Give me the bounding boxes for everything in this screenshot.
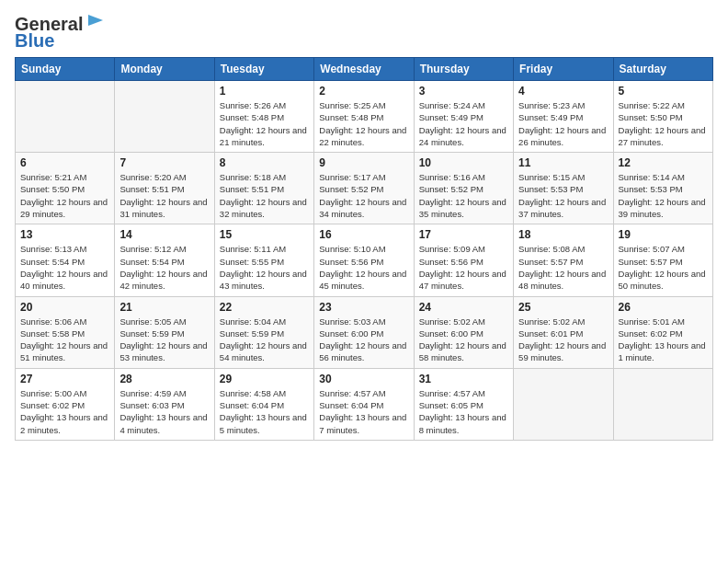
day-number: 22 (220, 301, 309, 314)
day-detail: Sunrise: 5:24 AM Sunset: 5:49 PM Dayligh… (419, 99, 508, 148)
week-row-4: 20Sunrise: 5:06 AM Sunset: 5:58 PM Dayli… (16, 296, 713, 368)
day-cell: 16Sunrise: 5:10 AM Sunset: 5:56 PM Dayli… (314, 224, 414, 296)
day-number: 31 (419, 373, 508, 385)
day-detail: Sunrise: 5:16 AM Sunset: 5:52 PM Dayligh… (419, 171, 508, 220)
calendar-header-row: SundayMondayTuesdayWednesdayThursdayFrid… (16, 58, 713, 81)
day-cell: 11Sunrise: 5:15 AM Sunset: 5:53 PM Dayli… (514, 153, 613, 224)
day-cell: 1Sunrise: 5:26 AM Sunset: 5:48 PM Daylig… (214, 81, 313, 153)
logo-blue: Blue (15, 31, 54, 50)
day-cell: 30Sunrise: 4:57 AM Sunset: 6:04 PM Dayli… (314, 368, 414, 440)
day-cell: 14Sunrise: 5:12 AM Sunset: 5:54 PM Dayli… (115, 224, 214, 296)
day-cell: 12Sunrise: 5:14 AM Sunset: 5:53 PM Dayli… (613, 153, 712, 224)
day-cell: 24Sunrise: 5:02 AM Sunset: 6:00 PM Dayli… (414, 296, 513, 368)
day-number: 12 (619, 156, 708, 169)
day-cell: 25Sunrise: 5:02 AM Sunset: 6:01 PM Dayli… (514, 296, 613, 368)
header-thursday: Thursday (414, 58, 513, 81)
day-detail: Sunrise: 5:01 AM Sunset: 6:02 PM Dayligh… (619, 316, 708, 364)
day-cell (514, 368, 613, 440)
day-number: 3 (419, 85, 508, 98)
week-row-5: 27Sunrise: 5:00 AM Sunset: 6:02 PM Dayli… (16, 368, 713, 440)
day-cell (613, 368, 712, 440)
day-cell: 29Sunrise: 4:58 AM Sunset: 6:04 PM Dayli… (214, 368, 313, 440)
day-cell: 19Sunrise: 5:07 AM Sunset: 5:57 PM Dayli… (613, 224, 712, 296)
day-cell: 13Sunrise: 5:13 AM Sunset: 5:54 PM Dayli… (16, 224, 115, 296)
day-number: 9 (319, 156, 408, 169)
day-cell: 21Sunrise: 5:05 AM Sunset: 5:59 PM Dayli… (115, 296, 214, 368)
day-number: 18 (518, 228, 608, 241)
day-detail: Sunrise: 5:11 AM Sunset: 5:55 PM Dayligh… (220, 243, 309, 292)
day-number: 19 (619, 228, 708, 241)
day-cell: 18Sunrise: 5:08 AM Sunset: 5:57 PM Dayli… (514, 224, 613, 296)
day-detail: Sunrise: 5:02 AM Sunset: 6:01 PM Dayligh… (518, 316, 608, 364)
week-row-1: 1Sunrise: 5:26 AM Sunset: 5:48 PM Daylig… (16, 81, 713, 153)
day-cell: 2Sunrise: 5:25 AM Sunset: 5:48 PM Daylig… (314, 81, 414, 153)
day-detail: Sunrise: 5:17 AM Sunset: 5:52 PM Dayligh… (319, 171, 408, 220)
header-wednesday: Wednesday (314, 58, 414, 81)
day-number: 8 (220, 156, 309, 169)
day-cell: 20Sunrise: 5:06 AM Sunset: 5:58 PM Dayli… (16, 296, 115, 368)
day-cell: 10Sunrise: 5:16 AM Sunset: 5:52 PM Dayli… (414, 153, 513, 224)
day-number: 10 (419, 156, 508, 169)
day-number: 23 (319, 301, 408, 314)
day-cell: 27Sunrise: 5:00 AM Sunset: 6:02 PM Dayli… (16, 368, 115, 440)
day-number: 26 (619, 301, 708, 314)
day-cell (115, 81, 214, 153)
day-cell: 31Sunrise: 4:57 AM Sunset: 6:05 PM Dayli… (414, 368, 513, 440)
day-number: 1 (220, 85, 309, 98)
day-detail: Sunrise: 5:14 AM Sunset: 5:53 PM Dayligh… (619, 171, 708, 220)
day-detail: Sunrise: 5:07 AM Sunset: 5:57 PM Dayligh… (619, 243, 708, 292)
day-cell: 7Sunrise: 5:20 AM Sunset: 5:51 PM Daylig… (115, 153, 214, 224)
day-number: 14 (119, 228, 209, 241)
page-header: General Blue (15, 15, 713, 50)
day-detail: Sunrise: 5:03 AM Sunset: 6:00 PM Dayligh… (319, 316, 408, 364)
day-number: 15 (220, 228, 309, 241)
header-tuesday: Tuesday (214, 58, 313, 81)
day-number: 4 (518, 85, 608, 98)
day-detail: Sunrise: 5:06 AM Sunset: 5:58 PM Dayligh… (20, 316, 109, 364)
day-number: 25 (518, 301, 608, 314)
calendar-table: SundayMondayTuesdayWednesdayThursdayFrid… (15, 57, 713, 441)
day-detail: Sunrise: 5:26 AM Sunset: 5:48 PM Dayligh… (220, 99, 309, 148)
day-cell: 22Sunrise: 5:04 AM Sunset: 5:59 PM Dayli… (214, 296, 313, 368)
day-detail: Sunrise: 4:58 AM Sunset: 6:04 PM Dayligh… (220, 387, 309, 436)
day-detail: Sunrise: 5:05 AM Sunset: 5:59 PM Dayligh… (119, 316, 209, 364)
day-cell: 8Sunrise: 5:18 AM Sunset: 5:51 PM Daylig… (214, 153, 313, 224)
day-detail: Sunrise: 5:20 AM Sunset: 5:51 PM Dayligh… (119, 171, 209, 220)
day-detail: Sunrise: 5:12 AM Sunset: 5:54 PM Dayligh… (119, 243, 209, 292)
day-number: 28 (119, 373, 209, 385)
day-detail: Sunrise: 5:09 AM Sunset: 5:56 PM Dayligh… (419, 243, 508, 292)
day-cell: 15Sunrise: 5:11 AM Sunset: 5:55 PM Dayli… (214, 224, 313, 296)
day-number: 20 (20, 301, 109, 314)
day-detail: Sunrise: 5:18 AM Sunset: 5:51 PM Dayligh… (220, 171, 309, 220)
day-detail: Sunrise: 5:00 AM Sunset: 6:02 PM Dayligh… (20, 387, 109, 436)
day-detail: Sunrise: 4:57 AM Sunset: 6:04 PM Dayligh… (319, 387, 408, 436)
day-number: 16 (319, 228, 408, 241)
day-cell: 9Sunrise: 5:17 AM Sunset: 5:52 PM Daylig… (314, 153, 414, 224)
day-detail: Sunrise: 5:15 AM Sunset: 5:53 PM Dayligh… (518, 171, 608, 220)
day-cell: 28Sunrise: 4:59 AM Sunset: 6:03 PM Dayli… (115, 368, 214, 440)
week-row-3: 13Sunrise: 5:13 AM Sunset: 5:54 PM Dayli… (16, 224, 713, 296)
header-saturday: Saturday (613, 58, 712, 81)
day-cell: 6Sunrise: 5:21 AM Sunset: 5:50 PM Daylig… (16, 153, 115, 224)
day-detail: Sunrise: 4:59 AM Sunset: 6:03 PM Dayligh… (119, 387, 209, 436)
day-detail: Sunrise: 5:08 AM Sunset: 5:57 PM Dayligh… (518, 243, 608, 292)
logo: General Blue (15, 15, 105, 50)
week-row-2: 6Sunrise: 5:21 AM Sunset: 5:50 PM Daylig… (16, 153, 713, 224)
day-number: 17 (419, 228, 508, 241)
day-number: 21 (119, 301, 209, 314)
day-detail: Sunrise: 4:57 AM Sunset: 6:05 PM Dayligh… (419, 387, 508, 436)
day-number: 5 (619, 85, 708, 98)
day-number: 2 (319, 85, 408, 98)
svg-marker-0 (88, 15, 103, 26)
day-number: 6 (20, 156, 109, 169)
logo-arrow-icon (86, 11, 105, 29)
day-detail: Sunrise: 5:10 AM Sunset: 5:56 PM Dayligh… (319, 243, 408, 292)
header-monday: Monday (115, 58, 214, 81)
day-cell: 3Sunrise: 5:24 AM Sunset: 5:49 PM Daylig… (414, 81, 513, 153)
day-cell: 23Sunrise: 5:03 AM Sunset: 6:00 PM Dayli… (314, 296, 414, 368)
day-number: 30 (319, 373, 408, 385)
day-detail: Sunrise: 5:21 AM Sunset: 5:50 PM Dayligh… (20, 171, 109, 220)
day-number: 29 (220, 373, 309, 385)
day-detail: Sunrise: 5:02 AM Sunset: 6:00 PM Dayligh… (419, 316, 508, 364)
day-detail: Sunrise: 5:23 AM Sunset: 5:49 PM Dayligh… (518, 99, 608, 148)
